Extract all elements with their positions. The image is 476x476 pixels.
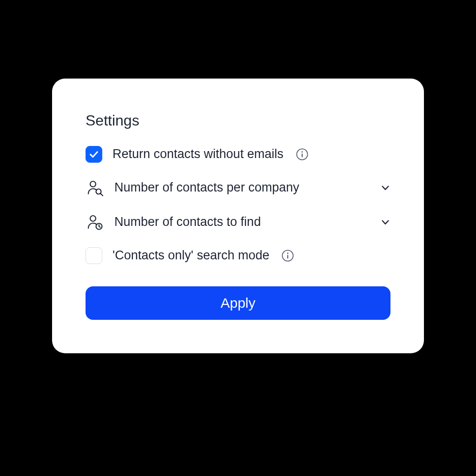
checkbox-return-without-emails[interactable] (86, 146, 102, 163)
info-icon[interactable] (296, 148, 309, 161)
panel-title: Settings (86, 112, 390, 129)
info-icon[interactable] (281, 249, 294, 262)
chevron-down-icon (380, 217, 390, 227)
apply-button-label: Apply (220, 295, 255, 311)
label-contacts-only-mode: 'Contacts only' search mode (112, 248, 269, 263)
check-icon (89, 149, 99, 159)
option-return-without-emails: Return contacts without emails (86, 146, 390, 163)
option-contacts-per-company[interactable]: Number of contacts per company (86, 178, 390, 197)
option-contacts-only-mode: 'Contacts only' search mode (86, 247, 390, 264)
svg-point-6 (90, 216, 96, 221)
chevron-down-icon (380, 183, 390, 193)
checkbox-contacts-only-mode[interactable] (86, 247, 102, 264)
option-contacts-to-find[interactable]: Number of contacts to find (86, 213, 390, 231)
label-contacts-to-find: Number of contacts to find (114, 215, 261, 229)
svg-line-5 (101, 193, 103, 196)
settings-panel: Settings Return contacts without emails (52, 79, 424, 353)
user-search-icon (86, 178, 104, 197)
user-clock-icon (86, 213, 104, 231)
svg-rect-10 (287, 255, 288, 258)
label-return-without-emails: Return contacts without emails (112, 147, 284, 161)
label-contacts-per-company: Number of contacts per company (114, 180, 299, 195)
svg-point-1 (301, 151, 303, 152)
svg-rect-2 (302, 153, 303, 157)
svg-point-9 (287, 252, 289, 254)
apply-button[interactable]: Apply (86, 286, 390, 320)
svg-point-3 (90, 181, 96, 187)
